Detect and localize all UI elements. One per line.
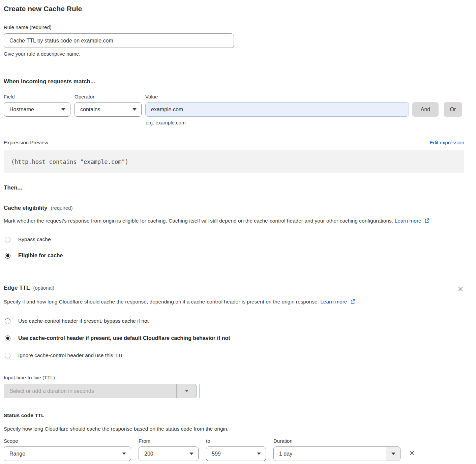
ttl-select-placeholder: Select or add a duration in seconds [4, 388, 176, 394]
adjacent-focus-edge [199, 384, 200, 398]
ttl-input-label: Input time-to-live (TTL) [4, 375, 464, 380]
radio-unchecked-icon[interactable] [5, 237, 10, 242]
chevron-down-icon [185, 390, 189, 392]
from-select[interactable]: 200 [139, 446, 199, 461]
option-eligible-for-cache[interactable]: Eligible for cache [4, 253, 464, 259]
from-label: From [139, 438, 206, 444]
rule-name-input[interactable] [4, 33, 234, 48]
status-code-ttl-title: Status code TTL [4, 412, 464, 418]
option-cc-bypass[interactable]: Use cache-control header if present, byp… [4, 318, 464, 324]
scope-select-value: Range [9, 451, 25, 457]
divider [4, 271, 464, 271]
field-select-value: Hostname [9, 107, 34, 113]
or-button[interactable]: Or [444, 102, 462, 117]
and-button[interactable]: And [412, 102, 439, 117]
option-bypass-cache[interactable]: Bypass cache [4, 236, 464, 242]
to-select[interactable]: 599 [206, 446, 266, 461]
learn-more-link[interactable]: Learn more [394, 218, 421, 224]
cache-eligibility-title: Cache eligibility [4, 205, 47, 211]
match-labels: Field Operator Value [4, 94, 464, 99]
operator-select-value: contains [80, 107, 100, 113]
scope-select[interactable]: Range [4, 446, 131, 461]
close-icon [457, 288, 464, 293]
to-label: to [206, 438, 273, 444]
radio-unchecked-icon[interactable] [5, 318, 10, 324]
chevron-down-icon [132, 108, 137, 111]
external-link-icon [350, 298, 355, 307]
radio-label: Ignore cache-control header and use this… [18, 352, 124, 358]
expression-preview-label: Expression Preview [4, 140, 48, 145]
edge-ttl-title: Edge TTL [4, 285, 30, 291]
status-row-labels: Scope From to Duration [4, 438, 464, 444]
cache-eligibility-description: Mark whether the request’s response from… [4, 216, 464, 226]
scope-label: Scope [4, 438, 139, 444]
radio-label: Use cache-control header if present, use… [18, 335, 230, 341]
radio-label: Eligible for cache [18, 253, 63, 259]
from-select-value: 200 [144, 451, 153, 457]
edge-ttl-optional-badge: (optional) [33, 285, 54, 291]
chevron-down-icon [189, 453, 194, 455]
option-ignore-cc[interactable]: Ignore cache-control header and use this… [4, 352, 464, 358]
field-label: Field [4, 94, 75, 99]
radio-label: Bypass cache [18, 236, 51, 242]
field-select[interactable]: Hostname [4, 102, 70, 117]
radio-label: Use cache-control header if present, byp… [18, 318, 149, 324]
to-select-value: 599 [212, 451, 221, 457]
expression-code-block: (http.host contains "example.com") [4, 150, 464, 173]
then-heading: Then... [4, 184, 464, 191]
select-arrow-section [176, 384, 197, 398]
operator-select[interactable]: contains [75, 102, 142, 117]
duration-select-value: 1 day [274, 447, 386, 461]
close-icon [409, 453, 415, 458]
expression-code: (http.host contains "example.com") [11, 158, 128, 165]
match-heading: When incoming requests match... [4, 78, 464, 85]
operator-label: Operator [75, 94, 145, 99]
divider [4, 69, 464, 69]
duration-select[interactable]: 1 day [273, 446, 400, 461]
option-cc-default[interactable]: Use cache-control header if present, use… [4, 335, 464, 341]
select-arrow-section[interactable] [386, 447, 400, 461]
remove-status-ttl-row-button[interactable] [408, 449, 416, 458]
cache-eligibility-required-badge: (required) [51, 205, 72, 211]
edge-ttl-description: Specify if and how long Cloudflare shoul… [4, 297, 376, 307]
radio-checked-icon[interactable] [5, 253, 10, 259]
chevron-down-icon [391, 453, 395, 455]
status-code-ttl-description: Specify how long Cloudflare should cache… [4, 426, 464, 432]
value-input[interactable] [145, 102, 409, 117]
chevron-down-icon [122, 453, 126, 455]
radio-unchecked-icon[interactable] [5, 353, 10, 358]
value-hint: e.g. example.com [146, 120, 464, 125]
chevron-down-icon [61, 108, 65, 111]
radio-checked-icon[interactable] [5, 336, 10, 341]
chevron-down-icon [257, 453, 261, 455]
rule-name-label: Rule name (required) [4, 24, 464, 30]
value-label: Value [145, 94, 158, 99]
rule-name-help: Give your rule a descriptive name. [4, 51, 464, 57]
edit-expression-link[interactable]: Edit expression [429, 140, 464, 145]
learn-more-link[interactable]: Learn more [320, 299, 347, 304]
ttl-duration-select-disabled: Select or add a duration in seconds [4, 384, 197, 398]
external-link-icon [424, 217, 429, 226]
close-edge-ttl-button[interactable] [457, 285, 464, 294]
page-title: Create new Cache Rule [4, 5, 464, 13]
duration-label: Duration [273, 438, 293, 444]
